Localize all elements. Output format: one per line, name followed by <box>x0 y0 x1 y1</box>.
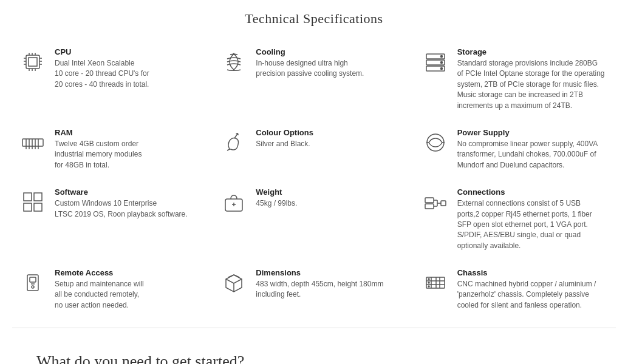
power-title: Power Supply <box>457 128 605 137</box>
weight-text: Weight 45kg / 99lbs. <box>256 187 403 209</box>
chassis-icon <box>421 268 450 297</box>
svg-point-62 <box>428 282 429 283</box>
svg-rect-1 <box>29 58 37 66</box>
spec-colour: Colour Options Silver and Black. <box>213 122 414 181</box>
svg-rect-37 <box>34 193 42 201</box>
weight-icon <box>219 187 248 217</box>
svg-point-18 <box>440 56 442 58</box>
chassis-desc: CNC machined hybrid copper / aluminium /… <box>457 279 605 311</box>
ram-title: RAM <box>55 128 202 137</box>
spec-connections: Connections External connections consist… <box>415 181 616 262</box>
chassis-text: Chassis CNC machined hybrid copper / alu… <box>457 268 605 311</box>
ram-desc: Twelve 4GB custom orderindustrial memory… <box>55 139 202 170</box>
weight-title: Weight <box>256 187 403 197</box>
svg-point-52 <box>32 286 34 288</box>
svg-rect-21 <box>22 139 43 146</box>
page-title: Technical Specifications <box>0 0 628 41</box>
dimensions-text: Dimensions 483 width, depth 455cm, heigh… <box>256 268 403 300</box>
storage-title: Storage <box>457 47 605 56</box>
connections-icon <box>421 187 450 217</box>
spec-software: Software Custom Windows 10 EnterpriseLTS… <box>12 181 213 262</box>
section-divider <box>12 328 616 328</box>
software-title: Software <box>55 187 202 197</box>
section-subtitle: What do you need to get started? <box>0 334 628 364</box>
power-desc: No compromise linear power supply, 400VA… <box>457 139 605 170</box>
cooling-desc: In-house designed ultra highprecision pa… <box>256 58 403 79</box>
power-text: Power Supply No compromise linear power … <box>457 128 605 170</box>
spec-remote: Remote Access Setup and maintenance will… <box>12 262 213 322</box>
storage-icon <box>421 47 450 76</box>
colour-text: Colour Options Silver and Black. <box>256 128 403 149</box>
specs-grid: CPU Dual Intel Xeon Scalable10 core - 20… <box>0 41 628 322</box>
chassis-title: Chassis <box>457 268 605 277</box>
svg-rect-51 <box>30 277 36 282</box>
cpu-desc: Dual Intel Xeon Scalable10 core - 20 thr… <box>55 58 202 90</box>
svg-point-61 <box>428 278 429 280</box>
ram-icon <box>18 128 47 157</box>
power-icon <box>421 128 450 157</box>
connections-text: Connections External connections consist… <box>457 187 605 251</box>
remote-desc: Setup and maintenance willall be conduct… <box>55 279 202 311</box>
svg-rect-36 <box>24 193 32 201</box>
svg-rect-43 <box>425 198 434 203</box>
spec-ram: RAM Twelve 4GB custom orderindustrial me… <box>12 122 213 181</box>
remote-icon <box>18 268 47 297</box>
software-icon <box>18 187 47 217</box>
svg-rect-38 <box>24 203 32 211</box>
cpu-icon <box>18 47 47 76</box>
cooling-icon <box>219 47 248 76</box>
spec-chassis: Chassis CNC machined hybrid copper / alu… <box>415 262 616 322</box>
software-desc: Custom Windows 10 EnterpriseLTSC 2019 OS… <box>55 198 202 220</box>
connections-desc: External connections consist of 5 USB po… <box>457 198 605 251</box>
spec-power: Power Supply No compromise linear power … <box>415 122 616 181</box>
svg-rect-39 <box>34 203 42 211</box>
storage-text: Storage Standard storage provisions incl… <box>457 47 605 111</box>
svg-rect-49 <box>441 201 446 206</box>
svg-point-63 <box>428 286 429 287</box>
spec-cpu: CPU Dual Intel Xeon Scalable10 core - 20… <box>12 41 213 122</box>
svg-point-19 <box>440 62 442 64</box>
cooling-text: Cooling In-house designed ultra highprec… <box>256 47 403 79</box>
svg-rect-44 <box>425 204 434 209</box>
software-text: Software Custom Windows 10 EnterpriseLTS… <box>55 187 202 220</box>
dimensions-desc: 483 width, depth 455cm, height 180mmincl… <box>256 279 403 300</box>
remote-title: Remote Access <box>55 268 202 277</box>
dimensions-icon <box>219 268 248 297</box>
cooling-title: Cooling <box>256 47 403 56</box>
connections-title: Connections <box>457 187 605 197</box>
spec-weight: Weight 45kg / 99lbs. <box>213 181 414 262</box>
cpu-text: CPU Dual Intel Xeon Scalable10 core - 20… <box>55 47 202 90</box>
colour-icon <box>219 128 248 157</box>
ram-text: RAM Twelve 4GB custom orderindustrial me… <box>55 128 202 170</box>
cpu-title: CPU <box>55 47 202 56</box>
dimensions-title: Dimensions <box>256 268 403 277</box>
svg-point-20 <box>440 68 442 70</box>
spec-cooling: Cooling In-house designed ultra highprec… <box>213 41 414 122</box>
storage-desc: Standard storage provisions include 280B… <box>457 58 605 111</box>
svg-line-32 <box>227 149 230 150</box>
svg-point-33 <box>427 134 444 151</box>
colour-desc: Silver and Black. <box>256 139 403 149</box>
weight-desc: 45kg / 99lbs. <box>256 198 403 209</box>
spec-storage: Storage Standard storage provisions incl… <box>415 41 616 122</box>
colour-title: Colour Options <box>256 128 403 137</box>
spec-dimensions: Dimensions 483 width, depth 455cm, heigh… <box>213 262 414 322</box>
remote-text: Remote Access Setup and maintenance will… <box>55 268 202 311</box>
